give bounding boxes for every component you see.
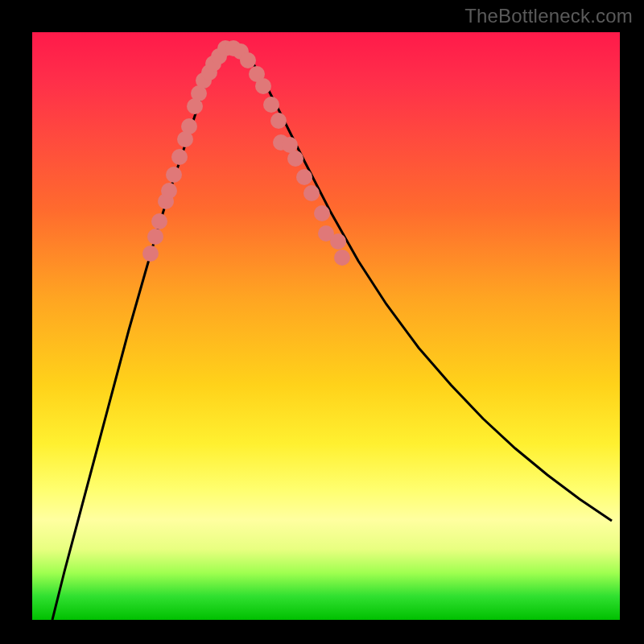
curve-marker xyxy=(181,118,197,134)
curve-marker xyxy=(171,149,188,165)
curve-marker xyxy=(255,78,271,94)
bottleneck-curve xyxy=(52,44,612,620)
curve-marker xyxy=(166,167,182,183)
curve-marker xyxy=(334,250,350,266)
curve-markers xyxy=(142,40,350,266)
curve-marker xyxy=(161,183,177,199)
curve-marker xyxy=(296,169,312,185)
curve-marker xyxy=(151,213,167,229)
curve-marker xyxy=(147,229,163,245)
plot-area xyxy=(32,32,620,620)
curve-marker xyxy=(240,52,256,68)
canvas: TheBottleneck.com xyxy=(0,0,644,644)
watermark: TheBottleneck.com xyxy=(464,5,633,27)
curve-marker xyxy=(270,113,287,129)
curve-marker xyxy=(287,151,303,167)
chart-overlay xyxy=(32,32,620,620)
curve-marker xyxy=(314,205,330,221)
curve-marker xyxy=(330,233,346,250)
curve-marker xyxy=(303,185,320,201)
curve-marker xyxy=(142,246,159,262)
curve-marker xyxy=(263,97,279,113)
